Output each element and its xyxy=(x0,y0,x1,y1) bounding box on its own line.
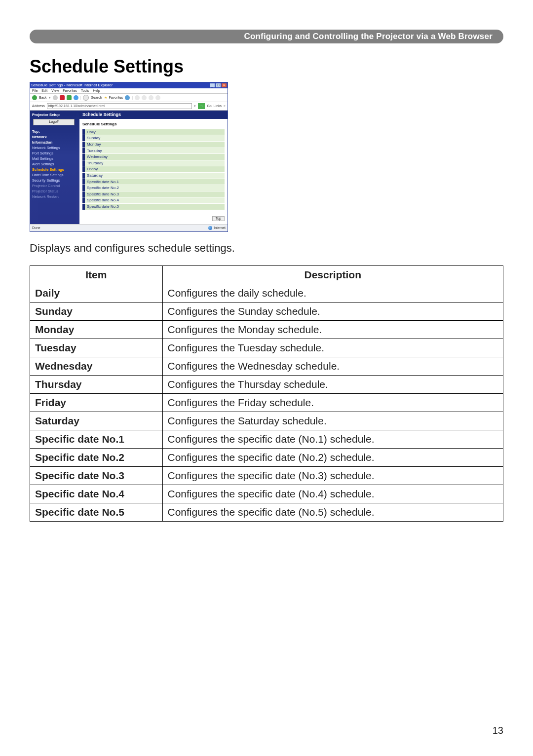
maximize-icon[interactable]: □ xyxy=(216,83,221,87)
address-label: Address xyxy=(32,104,45,108)
search-label[interactable]: Search xyxy=(91,96,102,100)
sidebar-item-projector-status[interactable]: Projector Status xyxy=(32,189,77,193)
history-icon[interactable] xyxy=(125,95,130,100)
discuss-icon[interactable] xyxy=(155,95,160,100)
menu-view[interactable]: View xyxy=(51,89,59,92)
table-item: Monday xyxy=(30,320,163,339)
table-row: MondayConfigures the Monday schedule. xyxy=(30,320,503,339)
schedule-list: Daily Sunday Monday Tuesday Wednesday Th… xyxy=(79,129,228,213)
status-zone: Internet xyxy=(214,226,226,230)
close-icon[interactable]: × xyxy=(222,83,227,87)
refresh-icon[interactable] xyxy=(67,95,72,100)
table-item: Wednesday xyxy=(30,357,163,375)
logoff-button[interactable]: Logoff xyxy=(33,119,75,125)
browser-body: Projector Setup Logoff Top: Network Info… xyxy=(30,111,228,224)
table-row: DailyConfigures the daily schedule. xyxy=(30,284,503,302)
mail-icon[interactable] xyxy=(135,95,140,100)
table-item: Specific date No.3 xyxy=(30,466,163,485)
schedule-description-table: Item Description DailyConfigures the dai… xyxy=(30,265,503,522)
top-button-row: Top xyxy=(79,213,228,224)
table-row: Specific date No.4Configures the specifi… xyxy=(30,485,503,503)
menu-tools[interactable]: Tools xyxy=(81,89,89,92)
table-row: ThursdayConfigures the Thursday schedule… xyxy=(30,375,503,393)
schedule-row-specific1[interactable]: Specific date No.1 xyxy=(82,179,225,185)
sidebar-item-schedule-settings[interactable]: Schedule Settings xyxy=(32,167,77,172)
sidebar-item-network-restart[interactable]: Network Restart xyxy=(32,194,77,199)
schedule-row-daily[interactable]: Daily xyxy=(82,129,225,135)
links-label[interactable]: Links xyxy=(214,104,222,108)
schedule-row-sunday[interactable]: Sunday xyxy=(82,135,225,141)
menu-favorites[interactable]: Favorites xyxy=(63,89,77,92)
go-button[interactable]: → xyxy=(198,103,205,109)
section-header-bar: Configuring and Controlling the Projecto… xyxy=(30,30,503,43)
content-subtitle: Schedule Settings xyxy=(79,119,228,129)
sidebar-item-network-settings[interactable]: Network Settings xyxy=(32,146,77,150)
favorites-label[interactable]: Favorites xyxy=(109,96,123,100)
table-item: Specific date No.4 xyxy=(30,485,163,503)
sidebar-item-alert-settings[interactable]: Alert Settings xyxy=(32,162,77,166)
schedule-row-specific5[interactable]: Specific date No.5 xyxy=(82,204,225,210)
table-row: TuesdayConfigures the Tuesday schedule. xyxy=(30,339,503,357)
page-title: Schedule Settings xyxy=(30,56,503,77)
menu-file[interactable]: File xyxy=(32,89,38,92)
top-button[interactable]: Top xyxy=(212,216,225,221)
table-item: Specific date No.5 xyxy=(30,503,163,521)
table-row: Specific date No.3Configures the specifi… xyxy=(30,466,503,485)
stop-icon[interactable] xyxy=(60,95,65,100)
forward-icon[interactable] xyxy=(53,95,58,100)
sidebar: Projector Setup Logoff Top: Network Info… xyxy=(30,111,79,224)
minimize-icon[interactable]: _ xyxy=(210,83,215,87)
table-desc: Configures the specific date (No.5) sche… xyxy=(162,503,503,521)
table-head-description: Description xyxy=(162,265,503,284)
back-label[interactable]: Back xyxy=(39,96,47,100)
browser-titlebar: Schedule Settings - Microsoft Internet E… xyxy=(30,82,228,88)
browser-window-title: Schedule Settings - Microsoft Internet E… xyxy=(31,83,113,88)
page-number: 13 xyxy=(493,725,503,736)
schedule-row-specific4[interactable]: Specific date No.4 xyxy=(82,197,225,203)
sidebar-item-projector-control[interactable]: Projector Control xyxy=(32,184,77,188)
sidebar-heading-network: Network xyxy=(32,135,77,139)
table-item: Specific date No.2 xyxy=(30,448,163,466)
table-item: Friday xyxy=(30,393,163,412)
sidebar-item-mail-settings[interactable]: Mail Settings xyxy=(32,156,77,161)
schedule-row-specific2[interactable]: Specific date No.2 xyxy=(82,185,225,191)
schedule-row-specific3[interactable]: Specific date No.3 xyxy=(82,191,225,197)
menu-help[interactable]: Help xyxy=(93,89,100,92)
table-item: Tuesday xyxy=(30,339,163,357)
table-row: FridayConfigures the Friday schedule. xyxy=(30,393,503,412)
table-row: SundayConfigures the Sunday schedule. xyxy=(30,302,503,320)
schedule-row-tuesday[interactable]: Tuesday xyxy=(82,148,225,154)
print-icon[interactable] xyxy=(142,95,147,100)
search-icon[interactable] xyxy=(83,95,89,101)
table-head-item: Item xyxy=(30,265,163,284)
table-row: Specific date No.2Configures the specifi… xyxy=(30,448,503,466)
back-icon[interactable] xyxy=(32,95,37,100)
menu-edit[interactable]: Edit xyxy=(41,89,47,92)
table-row: SaturdayConfigures the Saturday schedule… xyxy=(30,412,503,430)
home-icon[interactable] xyxy=(74,95,78,100)
browser-addressbar: Address http://192.168.1.10/admin/sched.… xyxy=(30,102,228,111)
table-desc: Configures the specific date (No.4) sche… xyxy=(162,485,503,503)
favorites-icon[interactable]: ★ xyxy=(104,96,107,100)
schedule-row-monday[interactable]: Monday xyxy=(82,142,225,148)
sidebar-item-datetime-settings[interactable]: Date/Time Settings xyxy=(32,173,77,177)
address-input[interactable]: http://192.168.1.10/admin/sched.html xyxy=(47,103,192,109)
table-desc: Configures the Wednesday schedule. xyxy=(162,357,503,375)
go-label: Go xyxy=(207,104,211,108)
sidebar-heading-information: Information xyxy=(32,140,77,145)
table-desc: Configures the Sunday schedule. xyxy=(162,302,503,320)
schedule-row-thursday[interactable]: Thursday xyxy=(82,160,225,166)
table-desc: Configures the specific date (No.3) sche… xyxy=(162,466,503,485)
browser-menubar: File Edit View Favorites Tools Help xyxy=(30,88,228,94)
schedule-row-wednesday[interactable]: Wednesday xyxy=(82,154,225,160)
table-row: Specific date No.1Configures the specifi… xyxy=(30,430,503,448)
sidebar-item-port-settings[interactable]: Port Settings xyxy=(32,151,77,155)
table-row: WednesdayConfigures the Wednesday schedu… xyxy=(30,357,503,375)
edit-icon[interactable] xyxy=(149,95,153,100)
sidebar-item-security-settings[interactable]: Security Settings xyxy=(32,178,77,183)
window-buttons: _ □ × xyxy=(210,83,227,87)
table-desc: Configures the Saturday schedule. xyxy=(162,412,503,430)
schedule-row-friday[interactable]: Friday xyxy=(82,166,225,172)
browser-statusbar: Done Internet xyxy=(30,224,228,231)
schedule-row-saturday[interactable]: Saturday xyxy=(82,173,225,179)
